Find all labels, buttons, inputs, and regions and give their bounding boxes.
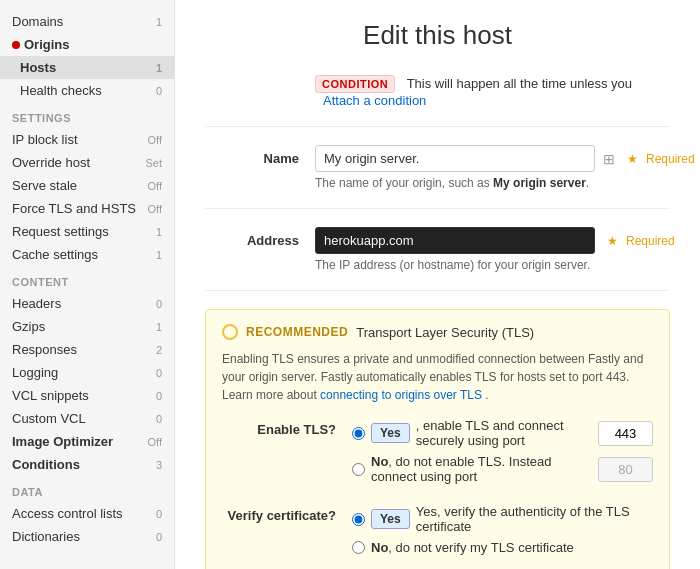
attach-condition-link[interactable]: Attach a condition: [323, 93, 426, 108]
enable-tls-no-text: No, do not enable TLS. Instead connect u…: [371, 454, 592, 484]
sidebar-item-cache-settings[interactable]: Cache settings 1: [0, 243, 174, 266]
address-input-row: ★ Required: [315, 227, 675, 254]
enable-tls-label: Enable TLS?: [222, 418, 352, 437]
name-input-row: ⊞ ★ Required: [315, 145, 695, 172]
name-content: ⊞ ★ Required The name of your origin, su…: [315, 145, 695, 190]
content-section-label: Content: [0, 266, 174, 292]
settings-section-label: Settings: [0, 102, 174, 128]
sidebar-item-request-settings[interactable]: Request settings 1: [0, 220, 174, 243]
tls-recommended-badge: RECOMMENDED: [246, 325, 348, 339]
verify-cert-yes-option: Yes Yes, verify the authenticity of the …: [352, 504, 653, 534]
tls-title: Transport Layer Security (TLS): [356, 325, 534, 340]
address-label: Address: [205, 227, 315, 248]
sidebar-item-custom-vcl[interactable]: Custom VCL 0: [0, 407, 174, 430]
sidebar-item-image-optimizer[interactable]: Image Optimizer Off: [0, 430, 174, 453]
main-content: Edit this host CONDITION This will happe…: [175, 0, 700, 569]
sidebar-item-logging[interactable]: Logging 0: [0, 361, 174, 384]
verify-cert-label: Verify certificate?: [222, 504, 352, 523]
sidebar-item-access-control-lists[interactable]: Access control lists 0: [0, 502, 174, 525]
verify-cert-yes-label: Yes: [371, 509, 410, 529]
address-required-label: Required: [626, 234, 675, 248]
enable-tls-yes-text: , enable TLS and connect securely using …: [416, 418, 592, 448]
enable-tls-yes-option: Yes , enable TLS and connect securely us…: [352, 418, 653, 448]
verify-cert-row: Verify certificate? Yes Yes, verify the …: [222, 504, 653, 561]
enable-tls-yes-label: Yes: [371, 423, 410, 443]
data-section-label: Data: [0, 476, 174, 502]
sidebar-item-force-tls[interactable]: Force TLS and HSTS Off: [0, 197, 174, 220]
enable-tls-no-option: No, do not enable TLS. Instead connect u…: [352, 454, 653, 484]
condition-tag: CONDITION: [315, 75, 395, 93]
origins-dot: [12, 41, 20, 49]
tls-description: Enabling TLS ensures a private and unmod…: [222, 350, 653, 404]
sidebar-item-hosts[interactable]: Hosts 1: [0, 56, 174, 79]
name-required-label: Required: [646, 152, 695, 166]
tls-circle-icon: [222, 324, 238, 340]
address-content: ★ Required The IP address (or hostname) …: [315, 227, 675, 272]
sidebar-item-override-host[interactable]: Override host Set: [0, 151, 174, 174]
name-row: Name ⊞ ★ Required The name of your origi…: [205, 145, 670, 209]
address-hint: The IP address (or hostname) for your or…: [315, 258, 675, 272]
enable-tls-yes-radio[interactable]: [352, 427, 365, 440]
condition-row: CONDITION This will happen all the time …: [205, 75, 670, 127]
name-label: Name: [205, 145, 315, 166]
sidebar-item-serve-stale[interactable]: Serve stale Off: [0, 174, 174, 197]
sidebar-item-ip-block-list[interactable]: IP block list Off: [0, 128, 174, 151]
tls-learn-more-link[interactable]: connecting to origins over TLS: [320, 388, 482, 402]
condition-content: CONDITION This will happen all the time …: [315, 75, 670, 108]
verify-cert-no-text: No, do not verify my TLS certificate: [371, 540, 574, 555]
tls-port-input[interactable]: [598, 421, 653, 446]
enable-tls-row: Enable TLS? Yes , enable TLS and connect…: [222, 418, 653, 490]
sidebar-item-health-checks[interactable]: Health checks 0: [0, 79, 174, 102]
sidebar-item-headers[interactable]: Headers 0: [0, 292, 174, 315]
name-hint: The name of your origin, such as My orig…: [315, 176, 695, 190]
page-title: Edit this host: [205, 20, 670, 51]
condition-form-label: [205, 75, 315, 81]
condition-text: This will happen all the time unless you: [407, 76, 632, 91]
no-tls-port-input[interactable]: [598, 457, 653, 482]
tls-section: RECOMMENDED Transport Layer Security (TL…: [205, 309, 670, 569]
sidebar-item-responses[interactable]: Responses 2: [0, 338, 174, 361]
verify-cert-no-radio[interactable]: [352, 541, 365, 554]
sidebar: Domains 1 Origins Hosts 1 Health checks …: [0, 0, 175, 569]
name-input[interactable]: [315, 145, 595, 172]
verify-cert-yes-radio[interactable]: [352, 513, 365, 526]
sidebar-item-vcl-snippets[interactable]: VCL snippets 0: [0, 384, 174, 407]
verify-cert-content: Yes Yes, verify the authenticity of the …: [352, 504, 653, 561]
sidebar-item-dictionaries[interactable]: Dictionaries 0: [0, 525, 174, 548]
enable-tls-no-radio[interactable]: [352, 463, 365, 476]
sidebar-item-gzips[interactable]: Gzips 1: [0, 315, 174, 338]
address-row: Address ★ Required The IP address (or ho…: [205, 227, 670, 291]
sidebar-item-conditions[interactable]: Conditions 3: [0, 453, 174, 476]
verify-cert-no-option: No, do not verify my TLS certificate: [352, 540, 653, 555]
enable-tls-content: Yes , enable TLS and connect securely us…: [352, 418, 653, 490]
tls-header: RECOMMENDED Transport Layer Security (TL…: [222, 324, 653, 340]
address-input[interactable]: [315, 227, 595, 254]
sidebar-item-origins[interactable]: Origins: [0, 33, 174, 56]
name-field-icon[interactable]: ⊞: [603, 151, 615, 167]
sidebar-item-domains[interactable]: Domains 1: [0, 10, 174, 33]
verify-cert-yes-text: Yes, verify the authenticity of the TLS …: [416, 504, 653, 534]
